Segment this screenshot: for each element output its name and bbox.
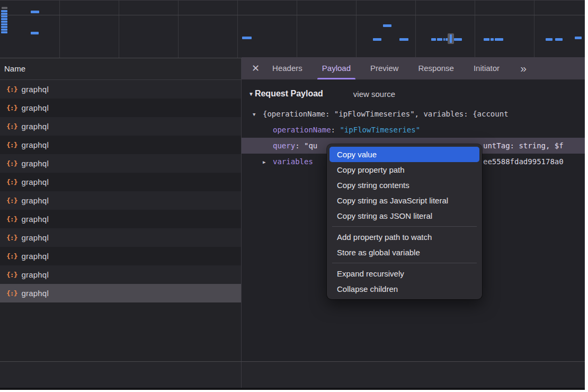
overview-gridline: [297, 1, 297, 58]
request-name: graphql: [21, 177, 48, 186]
network-request-row[interactable]: {:}graphql: [0, 80, 241, 99]
more-tabs-icon[interactable]: »: [520, 62, 525, 75]
waterfall-bar: [437, 38, 442, 41]
waterfall-bar: [242, 37, 252, 39]
network-request-row[interactable]: {:}graphql: [0, 99, 241, 117]
network-request-row[interactable]: {:}graphql: [0, 136, 241, 154]
request-name: graphql: [21, 252, 48, 261]
payload-root-preview-row[interactable]: ▼{operationName: "ipFlowTimeseries", var…: [242, 106, 585, 122]
view-source-link[interactable]: view source: [353, 90, 395, 99]
menu-item-copy-string-contents[interactable]: Copy string contents: [329, 177, 479, 193]
prop-key: variables: [273, 157, 313, 166]
prop-key: query: [273, 141, 295, 150]
json-braces-icon: {:}: [6, 159, 17, 167]
context-menu: Copy valueCopy property pathCopy string …: [327, 144, 482, 299]
prop-key: operationName: [273, 126, 331, 134]
overview-gridline: [237, 1, 238, 58]
network-request-row[interactable]: {:}graphql: [0, 191, 241, 210]
menu-item-expand-recursively[interactable]: Expand recursively: [329, 266, 479, 281]
network-request-row[interactable]: {:}graphql: [0, 154, 241, 173]
request-name: graphql: [21, 103, 48, 112]
payload-prop-operationname-row[interactable]: operationName: "ipFlowTimeseries": [242, 122, 585, 138]
key-separator: :: [331, 126, 340, 134]
waterfall-gray-bar: [2, 7, 7, 9]
request-list: {:}graphql{:}graphql{:}graphql{:}graphql…: [0, 80, 241, 302]
prop-value-right-fragment: ee5588fdad995178a0: [483, 154, 564, 170]
menu-item-store-as-global-variable[interactable]: Store as global variable: [329, 245, 479, 260]
tab-label: Initiator: [474, 64, 500, 73]
expanded-arrow-icon[interactable]: ▼: [253, 106, 263, 122]
request-name: graphql: [21, 270, 48, 279]
tab-label: Preview: [370, 64, 398, 73]
menu-item-copy-string-as-javascript-literal[interactable]: Copy string as JavaScript literal: [329, 193, 479, 208]
prop-value-left-fragment: "qu: [304, 141, 317, 150]
menu-item-copy-value[interactable]: Copy value: [329, 147, 479, 162]
waterfall-bar: [31, 11, 39, 13]
menu-group: Expand recursivelyCollapse children: [327, 266, 482, 297]
key-separator: :: [295, 141, 304, 150]
request-name: graphql: [21, 159, 48, 168]
tab-payload[interactable]: Payload: [322, 57, 351, 79]
prop-value-right-fragment: untTag: string, $f: [483, 138, 564, 154]
waterfall-bar: [1, 21, 7, 23]
menu-item-add-property-path-to-watch[interactable]: Add property path to watch: [329, 229, 479, 245]
network-request-row[interactable]: {:}graphql: [0, 173, 241, 191]
tab-label: Headers: [272, 64, 302, 73]
tab-response[interactable]: Response: [418, 57, 454, 79]
waterfall-bar: [1, 15, 7, 17]
waterfall-bar: [31, 32, 39, 34]
network-request-row[interactable]: {:}graphql: [0, 284, 241, 302]
waterfall-bar: [1, 26, 7, 28]
request-name: graphql: [21, 233, 48, 242]
waterfall-bar: [399, 38, 408, 41]
overview-gridline: [415, 1, 416, 58]
request-name: graphql: [21, 122, 48, 131]
tab-initiator[interactable]: Initiator: [474, 57, 500, 79]
request-name: graphql: [21, 140, 48, 149]
tab-preview[interactable]: Preview: [370, 57, 398, 79]
status-bar: [0, 362, 585, 388]
tab-label: Response: [418, 64, 454, 73]
menu-item-copy-property-path[interactable]: Copy property path: [329, 162, 479, 177]
json-braces-icon: {:}: [6, 252, 17, 260]
waterfall-bar: [383, 24, 391, 27]
json-braces-icon: {:}: [6, 104, 17, 112]
section-collapse-arrow-icon[interactable]: ▼: [248, 91, 254, 97]
network-request-row[interactable]: {:}graphql: [0, 117, 241, 136]
waterfall-bar: [431, 38, 436, 41]
json-braces-icon: {:}: [6, 122, 17, 130]
waterfall-bar: [575, 37, 582, 39]
tab-headers[interactable]: Headers: [272, 57, 302, 79]
menu-item-collapse-children[interactable]: Collapse children: [329, 281, 479, 297]
prop-string-value: "ipFlowTimeseries": [340, 126, 420, 134]
network-request-row[interactable]: {:}graphql: [0, 228, 241, 247]
request-name: graphql: [21, 85, 48, 94]
panel-split-divider[interactable]: [241, 362, 242, 388]
details-tab-bar: ✕ HeadersPayloadPreviewResponseInitiator…: [242, 57, 585, 79]
devtools-network-panel: Name {:}graphql{:}graphql{:}graphql{:}gr…: [0, 0, 585, 390]
name-column-label: Name: [4, 64, 25, 73]
waterfall-bar: [1, 31, 7, 33]
waterfall-bar: [373, 38, 381, 41]
collapsed-arrow-icon[interactable]: ▶: [263, 154, 273, 170]
overview-gridline: [119, 1, 119, 58]
waterfall-bar: [555, 38, 563, 41]
menu-item-copy-string-as-json-literal[interactable]: Copy string as JSON literal: [329, 208, 479, 224]
root-preview-text: {operationName: "ipFlowTimeseries", vari…: [263, 110, 509, 118]
network-request-row[interactable]: {:}graphql: [0, 210, 241, 228]
waterfall-bar: [1, 13, 7, 15]
request-payload-section-header[interactable]: ▼ Request Payload view source: [242, 79, 585, 102]
json-braces-icon: {:}: [6, 215, 17, 223]
request-name: graphql: [21, 196, 48, 205]
network-request-row[interactable]: {:}graphql: [0, 247, 241, 265]
name-column-header[interactable]: Name: [0, 58, 241, 80]
json-braces-icon: {:}: [6, 178, 17, 186]
waterfall-bar: [491, 38, 494, 41]
network-overview-timeline[interactable]: [0, 0, 585, 58]
selected-request-marker-tick: [450, 34, 452, 43]
json-braces-icon: {:}: [6, 234, 17, 242]
network-request-row[interactable]: {:}graphql: [0, 265, 241, 284]
tab-label: Payload: [322, 64, 351, 73]
waterfall-bar: [454, 38, 462, 41]
close-icon[interactable]: ✕: [252, 63, 260, 74]
